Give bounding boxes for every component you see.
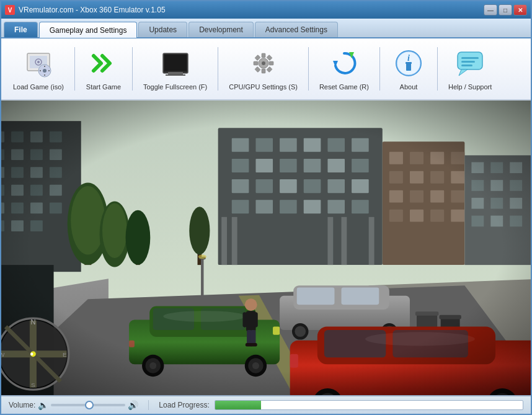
reset-game-button[interactable]: Reset Game (R) — [313, 43, 376, 95]
tab-gameplay[interactable]: Gameplay and Settings — [39, 22, 138, 38]
toolbar: Load Game (iso) Start Game — [1, 38, 531, 100]
volume-label: Volume: — [9, 401, 35, 409]
about-label: About — [400, 83, 418, 91]
svg-text:i: i — [407, 53, 410, 63]
divider-1 — [74, 47, 75, 91]
svg-point-196 — [30, 353, 33, 355]
start-game-button[interactable]: Start Game — [79, 43, 128, 95]
svg-text:W: W — [1, 351, 5, 358]
volume-control: Volume: 🔈 🔊 — [9, 400, 138, 410]
volume-max-icon[interactable]: 🔊 — [128, 400, 138, 410]
svg-rect-11 — [164, 55, 187, 71]
svg-rect-185 — [1, 100, 531, 395]
load-progress-section: Load Progress: — [159, 400, 523, 410]
svg-rect-19 — [269, 61, 273, 65]
svg-rect-35 — [461, 65, 472, 66]
fullscreen-icon — [159, 47, 192, 79]
close-button[interactable]: ✕ — [513, 4, 527, 16]
svg-rect-12 — [168, 72, 183, 74]
load-progress-label: Load Progress: — [159, 401, 209, 409]
game-scene: N S W E — [1, 100, 531, 395]
svg-rect-18 — [254, 61, 258, 65]
reset-game-label: Reset Game (R) — [319, 83, 369, 91]
svg-rect-13 — [166, 74, 185, 76]
volume-slider[interactable] — [51, 404, 125, 406]
svg-rect-16 — [262, 53, 265, 58]
svg-marker-24 — [333, 61, 338, 67]
load-game-label: Load Game (iso) — [13, 83, 64, 91]
svg-text:N: N — [30, 318, 35, 326]
minimize-button[interactable]: — — [484, 4, 497, 16]
volume-min-icon[interactable]: 🔈 — [38, 400, 48, 410]
volume-slider-thumb[interactable] — [85, 401, 94, 409]
svg-rect-29 — [406, 63, 411, 71]
tab-development[interactable]: Development — [188, 22, 254, 37]
load-progress-bar — [215, 400, 523, 410]
svg-point-3 — [37, 61, 40, 63]
progress-bar-fill — [215, 401, 261, 409]
svg-point-15 — [262, 61, 265, 65]
divider-4 — [308, 47, 309, 91]
divider-3 — [218, 47, 218, 91]
divider-5 — [379, 47, 380, 91]
window-controls: — □ ✕ — [484, 4, 527, 16]
svg-text:S: S — [31, 382, 35, 388]
toggle-fullscreen-button[interactable]: Toggle Fullscreen (F) — [136, 43, 214, 95]
load-game-button[interactable]: Load Game (iso) — [6, 43, 71, 95]
status-divider — [148, 400, 149, 410]
svg-rect-20 — [254, 55, 260, 60]
svg-rect-34 — [461, 61, 475, 63]
svg-marker-32 — [459, 69, 468, 76]
help-icon — [454, 47, 486, 79]
cpu-gpu-settings-button[interactable]: CPU/GPU Settings (S) — [222, 43, 304, 95]
maximize-button[interactable]: □ — [499, 4, 512, 16]
game-scene-svg: N S W E — [1, 100, 531, 395]
svg-rect-23 — [266, 55, 272, 60]
help-support-label: Help / Support — [448, 83, 492, 91]
start-game-label: Start Game — [86, 83, 121, 91]
tab-advanced[interactable]: Advanced Settings — [255, 22, 338, 37]
divider-6 — [437, 47, 438, 91]
svg-point-5 — [43, 69, 47, 73]
svg-rect-22 — [254, 66, 260, 72]
svg-rect-30 — [406, 62, 412, 64]
help-support-button[interactable]: Help / Support — [441, 43, 499, 95]
tab-updates[interactable]: Updates — [138, 22, 187, 37]
status-bar: Volume: 🔈 🔊 Load Progress: — [1, 395, 531, 414]
window-title: VRemulator.com - Xbox 360 Emulator v.1.0… — [19, 6, 166, 14]
title-bar: V VRemulator.com - Xbox 360 Emulator v.1… — [1, 1, 531, 19]
svg-rect-33 — [461, 57, 479, 59]
game-viewport: N S W E — [1, 100, 531, 395]
title-bar-left: V VRemulator.com - Xbox 360 Emulator v.1… — [5, 5, 166, 15]
app-icon: V — [5, 5, 15, 15]
tab-file[interactable]: File — [4, 22, 38, 37]
toggle-fullscreen-label: Toggle Fullscreen (F) — [143, 83, 207, 91]
about-button[interactable]: i About — [384, 43, 433, 95]
divider-2 — [132, 47, 133, 91]
load-game-icon — [22, 47, 55, 79]
svg-rect-17 — [262, 69, 265, 73]
about-icon: i — [392, 47, 425, 79]
settings-icon — [247, 47, 280, 79]
reset-icon — [328, 47, 360, 79]
main-window: V VRemulator.com - Xbox 360 Emulator v.1… — [0, 0, 532, 415]
cpu-gpu-settings-label: CPU/GPU Settings (S) — [229, 83, 298, 91]
svg-rect-21 — [266, 66, 272, 72]
svg-text:E: E — [63, 351, 67, 358]
tab-strip: File Gameplay and Settings Updates Devel… — [1, 19, 531, 38]
start-game-icon — [87, 47, 120, 79]
